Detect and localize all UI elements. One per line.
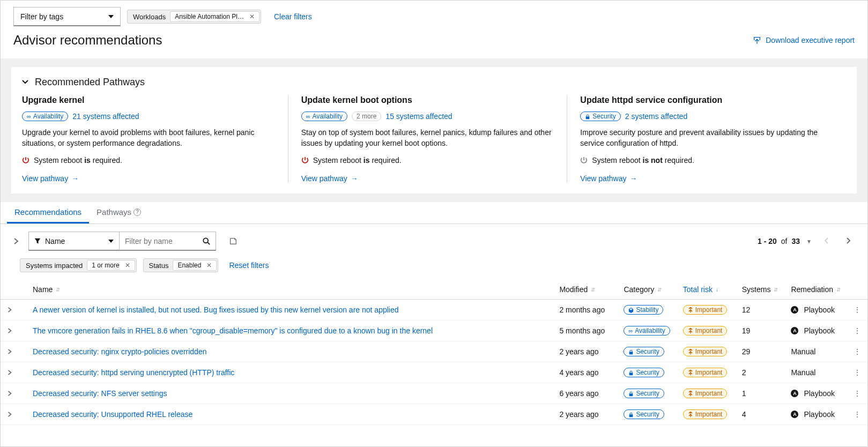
category-badge: Stability [624, 305, 663, 315]
row-actions-kebab[interactable]: ⋮ [847, 404, 867, 425]
chip-text: Enabled [177, 262, 201, 269]
modified-cell: 2 months ago [553, 300, 617, 321]
filter-by-tags-dropdown[interactable]: Filter by tags [13, 7, 121, 26]
power-icon [580, 157, 588, 164]
recommendation-name-link[interactable]: Decreased security: nginx crypto-policie… [33, 347, 206, 356]
ansible-icon: A [791, 327, 798, 334]
th-modified[interactable]: Modified⇵ [559, 285, 595, 294]
risk-badge: Important [683, 326, 728, 336]
filter-attribute-label: Name [45, 237, 65, 245]
category-badge: Security [624, 389, 664, 398]
clear-filters-link[interactable]: Clear filters [274, 12, 312, 21]
systems-cell: 19 [736, 321, 785, 341]
th-category[interactable]: Category⇵ [624, 285, 662, 294]
row-expand-toggle[interactable] [1, 321, 26, 341]
filter-by-tags-label: Filter by tags [20, 12, 63, 21]
th-total-risk[interactable]: Total risk↓ [683, 285, 718, 294]
recommendation-name-link[interactable]: Decreased security: httpd serving unencr… [33, 368, 234, 377]
arrow-right-icon: → [351, 174, 358, 183]
row-expand-toggle[interactable] [1, 383, 26, 404]
row-expand-toggle[interactable] [1, 404, 26, 425]
th-remediation[interactable]: Remediation⇵ [791, 285, 841, 294]
systems-cell: 29 [736, 341, 785, 362]
category-badge: Security [580, 111, 620, 121]
risk-badge: Important [683, 347, 728, 356]
workloads-chip: Ansible Automation Pl… ✕ [170, 11, 259, 22]
recommendation-name-link[interactable]: Decreased security: NFS server settings [33, 389, 167, 398]
sort-icon: ⇵ [591, 287, 595, 293]
systems-affected-link[interactable]: 2 systems affected [625, 112, 687, 121]
export-icon[interactable] [229, 237, 238, 245]
arrow-right-icon: → [71, 174, 79, 183]
status-chip: Enabled ✕ [173, 260, 217, 271]
sort-icon: ⇵ [657, 287, 662, 293]
pathway-description: Improve security posture and prevent ava… [580, 128, 833, 148]
svg-line-1 [207, 242, 210, 244]
pathway-title: Update httpd service configuration [580, 95, 833, 105]
table-row: Decreased security: nginx crypto-policie… [1, 341, 867, 362]
systems-affected-link[interactable]: 15 systems affected [385, 112, 452, 121]
download-report-label: Download executive report [766, 36, 855, 44]
recommendation-name-link[interactable]: The vmcore generation fails in RHEL 8.6 … [33, 326, 433, 335]
more-badge[interactable]: 2 more [352, 111, 381, 121]
workloads-chip-group: Workloads Ansible Automation Pl… ✕ [127, 10, 261, 24]
download-report-link[interactable]: Download executive report [753, 36, 855, 44]
th-name[interactable]: Name⇵ [33, 285, 60, 294]
filter-attribute-dropdown[interactable]: Name [28, 232, 120, 251]
systems-impacted-chip: 1 or more ✕ [87, 260, 135, 271]
pathway-description: Stay on top of system boot failures, ker… [301, 128, 554, 148]
pathway-description: Upgrade your kernel to avoid problems wi… [22, 128, 275, 148]
remediation-cell: APlaybook [791, 389, 841, 398]
search-icon[interactable] [203, 237, 210, 245]
reboot-text: System reboot is required. [34, 156, 122, 165]
row-expand-toggle[interactable] [1, 341, 26, 362]
sort-icon: ⇵ [56, 287, 60, 293]
sort-icon: ⇵ [774, 287, 778, 293]
th-systems[interactable]: Systems⇵ [742, 285, 778, 294]
view-pathway-link[interactable]: View pathway → [301, 174, 358, 183]
ansible-icon: A [791, 390, 798, 397]
risk-badge: Important [683, 305, 728, 315]
systems-cell: 2 [736, 362, 785, 383]
view-pathway-link[interactable]: View pathway → [580, 174, 637, 183]
systems-affected-link[interactable]: 21 systems affected [72, 112, 139, 121]
pager-perpage-toggle[interactable]: ▼ [804, 239, 814, 244]
chip-remove-icon[interactable]: ✕ [247, 13, 257, 20]
row-expand-toggle[interactable] [1, 362, 26, 383]
pager-next-button[interactable] [840, 234, 857, 249]
funnel-icon [34, 238, 41, 244]
caret-down-icon [108, 240, 114, 243]
power-icon [301, 157, 309, 164]
pager-total: 33 [792, 237, 800, 245]
table-row: Decreased security: Unsupported RHEL rel… [1, 404, 867, 425]
row-expand-toggle[interactable] [1, 300, 26, 321]
ansible-icon: A [791, 411, 798, 418]
recommendation-name-link[interactable]: Decreased security: Unsupported RHEL rel… [33, 410, 192, 419]
pathway-title: Update kernel boot options [301, 95, 554, 105]
chip-remove-icon[interactable]: ✕ [204, 262, 214, 269]
chip-group-label: Workloads [133, 13, 166, 21]
pager-prev-button[interactable] [818, 234, 835, 249]
tab-pathways[interactable]: Pathways ? [89, 202, 149, 224]
risk-icon [688, 412, 693, 417]
recommendation-name-link[interactable]: A newer version of kernel is installed, … [33, 306, 399, 314]
row-actions-kebab[interactable]: ⋮ [847, 300, 867, 321]
pathways-collapse-toggle[interactable] [22, 78, 28, 86]
help-icon[interactable]: ? [133, 208, 141, 216]
page-title: Advisor recommendations [13, 33, 162, 48]
arrow-right-icon: → [629, 174, 637, 183]
row-actions-kebab[interactable]: ⋮ [847, 341, 867, 362]
row-actions-kebab[interactable]: ⋮ [847, 362, 867, 383]
view-pathway-link[interactable]: View pathway → [22, 174, 79, 183]
pager-of: of [781, 237, 788, 245]
row-actions-kebab[interactable]: ⋮ [847, 321, 867, 341]
tab-recommendations[interactable]: Recommendations [7, 202, 89, 224]
reset-filters-link[interactable]: Reset filters [229, 261, 269, 270]
row-actions-kebab[interactable]: ⋮ [847, 383, 867, 404]
bulk-expand-toggle[interactable] [11, 238, 21, 244]
risk-icon [688, 391, 693, 396]
chip-text: 1 or more [92, 262, 119, 269]
risk-badge: Important [683, 409, 728, 419]
chip-remove-icon[interactable]: ✕ [123, 262, 132, 269]
filter-name-input[interactable] [125, 237, 189, 245]
